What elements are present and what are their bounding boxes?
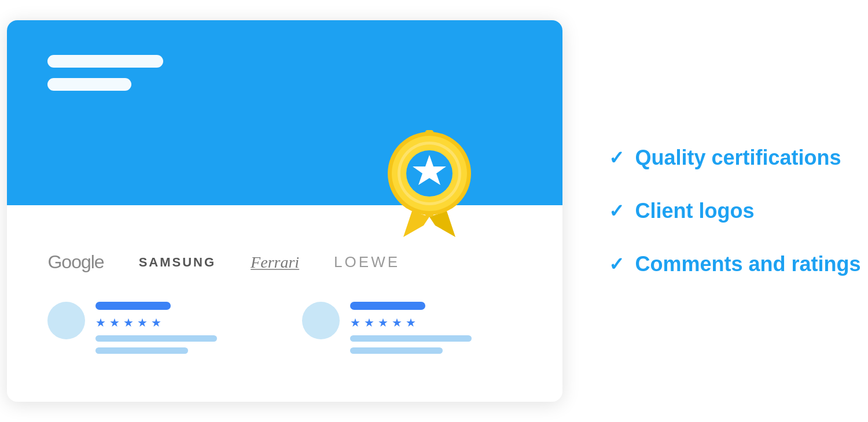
medal-badge xyxy=(372,110,487,237)
checklist: ✓ Quality certifications ✓ Client logos … xyxy=(609,146,860,276)
reviews-row: ★ ★ ★ ★ ★ xyxy=(47,302,522,354)
review-content-1: ★ ★ ★ ★ ★ xyxy=(95,302,267,354)
review-content-2: ★ ★ ★ ★ ★ xyxy=(350,302,522,354)
star-10: ★ xyxy=(406,316,416,330)
main-container: Google SAMSUNG Ferrari LOEWE ★ ★ ★ xyxy=(0,0,868,422)
star-4: ★ xyxy=(137,316,148,330)
header-line-short xyxy=(47,78,131,91)
stars-row-1: ★ ★ ★ ★ ★ xyxy=(95,316,267,330)
review-card-2: ★ ★ ★ ★ ★ xyxy=(302,302,522,354)
review-text-bar-long-1 xyxy=(95,335,217,342)
star-9: ★ xyxy=(392,316,402,330)
review-text-bar-long-2 xyxy=(350,335,472,342)
checkmark-icon-comments: ✓ xyxy=(609,253,624,275)
checklist-label-quality: Quality certifications xyxy=(635,146,841,170)
stars-row-2: ★ ★ ★ ★ ★ xyxy=(350,316,522,330)
star-7: ★ xyxy=(364,316,374,330)
checklist-item-logos: ✓ Client logos xyxy=(609,199,860,223)
header-line-long xyxy=(47,55,163,68)
logo-google: Google xyxy=(47,251,104,273)
avatar-1 xyxy=(47,302,85,339)
review-name-bar-1 xyxy=(95,302,171,310)
checkmark-icon-logos: ✓ xyxy=(609,200,624,222)
checklist-label-comments: Comments and ratings xyxy=(635,252,860,276)
star-6: ★ xyxy=(350,316,361,330)
star-3: ★ xyxy=(123,316,134,330)
review-name-bar-2 xyxy=(350,302,425,310)
checklist-item-quality: ✓ Quality certifications xyxy=(609,146,860,170)
star-1: ★ xyxy=(95,316,106,330)
review-card-1: ★ ★ ★ ★ ★ xyxy=(47,302,267,354)
checklist-item-comments: ✓ Comments and ratings xyxy=(609,252,860,276)
checklist-label-logos: Client logos xyxy=(635,199,754,223)
card-header xyxy=(7,20,562,205)
star-2: ★ xyxy=(109,316,120,330)
header-lines xyxy=(47,55,163,91)
star-8: ★ xyxy=(378,316,388,330)
client-logos-row: Google SAMSUNG Ferrari LOEWE xyxy=(47,234,522,273)
review-text-bar-short-2 xyxy=(350,347,443,354)
logo-samsung: SAMSUNG xyxy=(139,255,216,270)
preview-card: Google SAMSUNG Ferrari LOEWE ★ ★ ★ xyxy=(7,20,562,402)
avatar-2 xyxy=(302,302,340,339)
logo-loewe: LOEWE xyxy=(334,253,400,271)
logo-ferrari: Ferrari xyxy=(251,253,299,272)
checkmark-icon-quality: ✓ xyxy=(609,147,624,169)
star-5: ★ xyxy=(151,316,161,330)
review-text-bar-short-1 xyxy=(95,347,188,354)
